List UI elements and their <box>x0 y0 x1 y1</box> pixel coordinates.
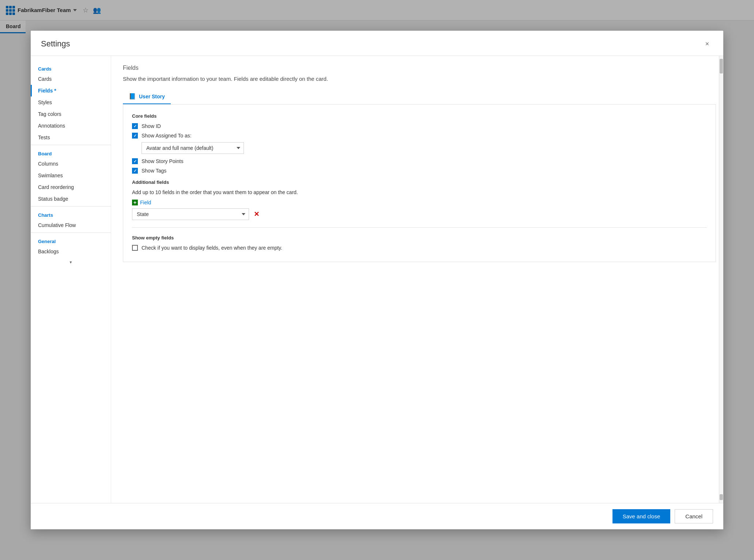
close-button[interactable]: × <box>701 38 713 50</box>
sidebar-section-board: Board <box>31 147 111 158</box>
dialog-footer: Save and close Cancel <box>31 503 723 529</box>
additional-section: Additional fields Add up to 10 fields in… <box>132 179 707 220</box>
book-icon: 📘 <box>129 93 136 100</box>
dialog-body: Cards Cards Fields * Styles Tag colors A… <box>31 56 723 503</box>
show-story-points-label: Show Story Points <box>142 158 183 164</box>
sidebar-divider-1 <box>31 145 111 145</box>
dialog-title: Settings <box>41 39 70 49</box>
sidebar-item-backlogs[interactable]: Backlogs <box>31 246 111 257</box>
main-scroll-area: Fields Show the important information to… <box>111 56 723 503</box>
sidebar-section-cards: Cards <box>31 62 111 73</box>
show-tags-row: Show Tags <box>132 168 707 174</box>
show-tags-checkbox[interactable] <box>132 168 138 174</box>
additional-fields-desc: Add up to 10 fields in the order that yo… <box>132 189 707 195</box>
plus-icon: + <box>132 200 138 205</box>
sidebar-item-status-badge[interactable]: Status badge <box>31 193 111 205</box>
empty-fields-checkbox[interactable] <box>132 245 138 251</box>
additional-fields-title: Additional fields <box>132 179 707 185</box>
sidebar-item-cumulative-flow[interactable]: Cumulative Flow <box>31 219 111 231</box>
delete-field-button[interactable]: ✕ <box>252 210 261 219</box>
settings-dialog: Settings × Cards Cards Fields * Styles T… <box>31 31 723 529</box>
sidebar-section-general: General <box>31 234 111 246</box>
state-select-wrapper: State Priority Severity Area Path Iterat… <box>132 208 249 220</box>
section-title: Fields <box>123 65 716 71</box>
tab-user-story[interactable]: 📘 User Story <box>123 89 171 104</box>
assigned-dropdown-wrapper: Avatar and full name (default) Avatar on… <box>142 142 244 154</box>
scrollbar-thumb-bottom <box>720 494 723 500</box>
show-assigned-row: Show Assigned To as: <box>132 133 707 139</box>
show-id-label: Show ID <box>142 123 161 129</box>
show-story-points-row: Show Story Points <box>132 158 707 164</box>
core-fields-title: Core fields <box>132 113 707 119</box>
sidebar-item-card-reordering[interactable]: Card reordering <box>31 181 111 193</box>
main-scrollbar[interactable] <box>719 56 723 503</box>
save-close-button[interactable]: Save and close <box>612 509 671 523</box>
scrollbar-thumb-top <box>720 59 723 73</box>
sidebar-scroll-down: ▼ <box>31 257 111 267</box>
state-field-row: State Priority Severity Area Path Iterat… <box>132 208 707 220</box>
add-field-button[interactable]: + Field <box>132 200 151 205</box>
sidebar-divider-3 <box>31 232 111 233</box>
show-tags-label: Show Tags <box>142 168 166 174</box>
show-assigned-checkbox[interactable] <box>132 133 138 139</box>
show-story-points-checkbox[interactable] <box>132 158 138 164</box>
sidebar-divider-2 <box>31 206 111 207</box>
empty-fields-desc: Check if you want to display fields, eve… <box>142 245 282 251</box>
sidebar-item-fields[interactable]: Fields * <box>31 85 111 97</box>
sidebar-item-swimlanes[interactable]: Swimlanes <box>31 170 111 181</box>
show-id-row: Show ID <box>132 123 707 129</box>
show-id-checkbox[interactable] <box>132 123 138 129</box>
sidebar-item-tests[interactable]: Tests <box>31 132 111 143</box>
state-dropdown[interactable]: State Priority Severity Area Path Iterat… <box>132 208 249 220</box>
sidebar: Cards Cards Fields * Styles Tag colors A… <box>31 56 111 503</box>
sidebar-section-charts: Charts <box>31 208 111 219</box>
assigned-dropdown[interactable]: Avatar and full name (default) Avatar on… <box>142 142 244 154</box>
sidebar-item-columns[interactable]: Columns <box>31 158 111 170</box>
tab-bar: 📘 User Story <box>123 89 716 105</box>
main-content: Fields Show the important information to… <box>111 56 723 503</box>
tab-label: User Story <box>139 94 165 99</box>
dialog-header: Settings × <box>31 31 723 56</box>
sidebar-item-styles[interactable]: Styles <box>31 97 111 108</box>
panel-scroll: Core fields Show ID Show Assigned To as: <box>123 105 716 262</box>
empty-fields-title: Show empty fields <box>132 235 707 241</box>
sidebar-item-tag-colors[interactable]: Tag colors <box>31 108 111 120</box>
content-panel: Core fields Show ID Show Assigned To as: <box>123 105 716 262</box>
cancel-button[interactable]: Cancel <box>675 509 713 523</box>
sidebar-item-annotations[interactable]: Annotations <box>31 120 111 132</box>
show-assigned-label: Show Assigned To as: <box>142 133 192 139</box>
empty-fields-section: Show empty fields Check if you want to d… <box>132 227 707 251</box>
section-desc: Show the important information to your t… <box>123 76 716 82</box>
sidebar-item-cards[interactable]: Cards <box>31 73 111 85</box>
add-field-label: Field <box>140 200 151 205</box>
empty-fields-row: Check if you want to display fields, eve… <box>132 245 707 251</box>
